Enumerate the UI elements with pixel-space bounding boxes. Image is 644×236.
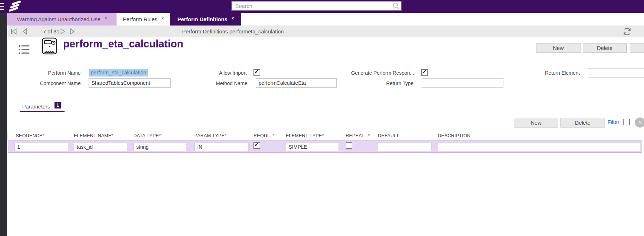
tab-parameters[interactable]: Parameters — [22, 103, 50, 110]
generate-perform-response-label: Generate Perform Respon... — [342, 70, 414, 76]
parameters-new-button[interactable]: New — [514, 118, 558, 128]
tab-close-icon[interactable]: x — [232, 12, 234, 24]
col-header-description: DESCRIPTION — [438, 133, 470, 138]
parameters-count-badge: 1 — [55, 102, 61, 108]
search-input[interactable] — [232, 1, 401, 10]
perform-name-value-selected[interactable]: perform_eta_calculation — [89, 69, 148, 77]
col-header-param-type: PARAM TYPE* — [194, 133, 227, 138]
perform-definition-icon — [42, 37, 57, 55]
component-name-field[interactable] — [89, 78, 171, 88]
col-header-repeating: REPEAT...* — [346, 133, 370, 138]
cell-required-checkbox[interactable] — [254, 142, 260, 149]
cell-repeating-checkbox[interactable] — [346, 142, 352, 149]
tab-label: Perform Definitions — [177, 16, 227, 22]
col-header-data-type: DATA TYPE* — [133, 133, 161, 138]
tab-close-icon[interactable]: x — [162, 12, 164, 24]
perform-name-label: Perform Name — [29, 70, 81, 76]
return-type-field[interactable] — [422, 78, 503, 88]
refresh-icon[interactable] — [622, 27, 632, 36]
table-left-border — [8, 132, 8, 140]
return-element-label: Return Element — [526, 70, 580, 76]
cell-element-name[interactable] — [74, 143, 127, 151]
partial-button[interactable] — [630, 43, 644, 53]
first-record-icon[interactable] — [10, 28, 18, 35]
search-icon[interactable] — [392, 2, 399, 9]
new-button[interactable]: New — [536, 43, 581, 53]
page-title: perform_eta_calculation — [63, 38, 183, 50]
cell-param-type[interactable] — [194, 143, 248, 151]
col-header-required: REQUI...* — [254, 133, 275, 138]
tab-warning-against-unauthorized-use[interactable]: Warning Against Unauthorized Usex — [7, 13, 117, 26]
app-window: Warning Against Unauthorized Usex Perfor… — [0, 0, 644, 236]
parameters-tab-underline — [20, 111, 65, 112]
breadcrumb: Perform Definitions performeta_calculati… — [182, 26, 284, 37]
tab-perform-definitions-active[interactable]: Perform Definitionsx — [170, 13, 241, 26]
method-name-label: Method Name — [194, 80, 247, 86]
tab-perform-rules[interactable]: Perform Rulesx — [118, 13, 169, 26]
cell-default[interactable] — [378, 143, 432, 151]
return-type-label: Return Type — [360, 80, 413, 86]
record-nav-bar: 7 of 31 Perform Definitions performeta_c… — [7, 26, 644, 37]
top-bar — [0, 0, 644, 13]
tab-label: Warning Against Unauthorized Use — [17, 16, 100, 22]
previous-record-icon[interactable] — [21, 28, 29, 35]
delete-button[interactable]: Delete — [583, 43, 627, 53]
hamburger-menu-icon[interactable] — [0, 3, 4, 10]
method-name-field[interactable] — [256, 78, 337, 88]
brand-logo-icon — [9, 1, 22, 12]
cell-description[interactable] — [438, 143, 640, 151]
nav-divider — [181, 26, 181, 37]
filter-link[interactable]: Filter — [607, 119, 619, 125]
tab-close-icon[interactable]: x — [105, 12, 107, 24]
col-header-default: DEFAULT — [378, 133, 399, 138]
cell-data-type[interactable] — [133, 143, 187, 151]
parameters-delete-button[interactable]: Delete — [560, 118, 605, 128]
cell-element-type[interactable] — [286, 143, 339, 151]
record-list-icon[interactable] — [18, 43, 30, 56]
col-header-sequence: SEQUENCE* — [16, 133, 44, 138]
generate-perform-response-checkbox[interactable] — [421, 69, 428, 76]
allow-import-checkbox[interactable] — [254, 69, 260, 76]
tab-label: Perform Rules — [123, 16, 157, 22]
left-rail — [0, 13, 7, 236]
last-record-icon[interactable] — [69, 28, 76, 35]
filter-checkbox[interactable] — [623, 119, 630, 125]
next-record-icon[interactable] — [59, 28, 66, 35]
return-element-field[interactable] — [588, 68, 644, 78]
cell-sequence[interactable] — [14, 143, 68, 151]
collapse-panel-button[interactable]: « — [635, 117, 644, 128]
component-name-label: Component Name — [29, 80, 81, 86]
col-header-element-name: ELEMENT NAME* — [74, 133, 113, 138]
allow-import-label: Allow Import — [193, 70, 247, 76]
double-chevron-left-icon: « — [638, 119, 641, 125]
col-header-element-type: ELEMENT TYPE* — [286, 133, 324, 138]
